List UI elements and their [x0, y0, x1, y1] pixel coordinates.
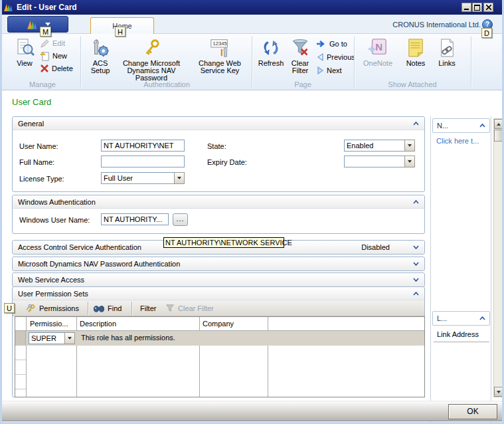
- expand-chevron-icon[interactable]: [413, 262, 419, 266]
- ribbon-separator: [354, 37, 355, 87]
- windows-user-name-input[interactable]: NT AUTHORITY...: [101, 213, 169, 225]
- new-button[interactable]: New: [40, 50, 67, 62]
- ribbon-separator: [471, 37, 471, 87]
- fasttab-nav-password-authentication-title: Microsoft Dynamics NAV Password Authenti…: [18, 260, 180, 268]
- clear-filter-label-2: Filter: [292, 67, 308, 74]
- empty-row: [15, 375, 26, 389]
- dropdown-arrow-icon: [68, 337, 72, 340]
- clear-filter-toolbar-button[interactable]: Clear Filter: [165, 302, 214, 314]
- permission-set-dropdown-button[interactable]: [64, 332, 75, 344]
- table-row-super[interactable]: SUPER This role has all permissions.: [15, 331, 424, 346]
- scroll-down-button[interactable]: [494, 387, 503, 397]
- key-icon: [141, 36, 161, 60]
- maximize-button[interactable]: [472, 3, 482, 12]
- links-factbox-title: L...: [437, 314, 447, 322]
- links-button[interactable]: Links: [432, 36, 462, 67]
- column-divider: [76, 317, 77, 397]
- link-address-column-header[interactable]: Link Address: [437, 330, 479, 338]
- full-name-input[interactable]: [101, 156, 185, 167]
- edit-button[interactable]: Edit: [40, 37, 65, 49]
- fasttab-nav-password-authentication-header[interactable]: Microsoft Dynamics NAV Password Authenti…: [13, 257, 424, 270]
- delete-button[interactable]: Delete: [40, 62, 73, 74]
- fasttab-general-title: General: [18, 120, 44, 128]
- onenote-button[interactable]: N OneNote: [359, 36, 396, 67]
- acs-setup-button[interactable]: ACS Setup: [84, 36, 116, 74]
- svg-text:12345: 12345: [213, 41, 227, 47]
- close-icon: [486, 5, 491, 10]
- refresh-icon: [261, 36, 281, 60]
- scroll-up-button[interactable]: [494, 119, 503, 129]
- ok-button[interactable]: OK: [448, 404, 497, 419]
- scrollbar-thumb[interactable]: [494, 130, 503, 142]
- links-factbox-header[interactable]: L...: [432, 311, 490, 326]
- find-button[interactable]: Find: [94, 302, 122, 314]
- group-label-manage: Manage: [7, 80, 78, 88]
- state-dropdown-button[interactable]: [404, 140, 415, 152]
- fasttab-acs-authentication-title: Access Control Service Authentication: [18, 243, 141, 251]
- goto-button[interactable]: Go to: [317, 38, 347, 50]
- collapse-chevron-icon[interactable]: [413, 200, 419, 204]
- column-header-company[interactable]: Company: [203, 320, 234, 328]
- acs-status: Disabled: [361, 243, 390, 251]
- expand-chevron-icon[interactable]: [413, 278, 419, 282]
- close-button[interactable]: [483, 3, 493, 12]
- app-menu-caret-icon: [45, 23, 50, 26]
- fasttab-general-header[interactable]: General: [13, 117, 424, 130]
- fasttab-user-permission-sets-header[interactable]: User Permission Sets: [13, 287, 424, 300]
- next-icon: [317, 66, 324, 74]
- collapse-chevron-icon[interactable]: [479, 316, 485, 320]
- description-cell[interactable]: This role has all permissions.: [81, 334, 175, 342]
- refresh-button[interactable]: Refresh: [256, 36, 286, 67]
- notes-click-here-link[interactable]: Click here t...: [436, 137, 479, 145]
- new-label: New: [52, 52, 67, 60]
- permissions-menu-button[interactable]: Permissions: [26, 302, 79, 314]
- application-menu-button[interactable]: [7, 16, 68, 33]
- ribbon-tab-row: Home CRONUS International Ltd. ?: [2, 15, 502, 34]
- web-service-key-icon: 12345: [209, 36, 231, 60]
- svg-text:N: N: [375, 41, 382, 53]
- clear-filter-button[interactable]: Clear Filter: [286, 36, 314, 74]
- filter-button[interactable]: Filter: [140, 302, 156, 314]
- license-type-input[interactable]: Full User: [101, 172, 185, 184]
- keytip-permission-toolbar: U: [4, 303, 15, 313]
- collapse-chevron-icon[interactable]: [413, 122, 419, 126]
- find-binoculars-icon: [94, 304, 104, 312]
- column-header-permission[interactable]: Permissio...: [30, 320, 68, 328]
- fasttab-web-service-access-header[interactable]: Web Service Access: [13, 273, 424, 286]
- change-password-button[interactable]: Change Microsoft Dynamics NAV Password: [119, 36, 184, 82]
- find-label: Find: [108, 304, 122, 312]
- license-type-dropdown-button[interactable]: [174, 172, 185, 184]
- windows-user-name-browse-button[interactable]: ...: [173, 213, 188, 226]
- links-label: Links: [438, 60, 456, 67]
- toolbar-separator: [88, 302, 88, 315]
- view-button[interactable]: View: [10, 36, 39, 67]
- expiry-date-dropdown-button[interactable]: [404, 156, 415, 167]
- previous-button[interactable]: Previous: [317, 51, 355, 63]
- onenote-label: OneNote: [363, 60, 392, 67]
- permissions-menu-label: Permissions: [39, 304, 79, 312]
- vertical-scrollbar[interactable]: [493, 118, 504, 397]
- notes-icon: [407, 36, 424, 60]
- clear-filter-toolbar-label: Clear Filter: [178, 304, 214, 312]
- title-bar[interactable]: Edit - User Card: [0, 0, 504, 15]
- acs-setup-icon: [90, 36, 110, 60]
- empty-row: [15, 360, 26, 375]
- minimize-button[interactable]: [462, 3, 471, 12]
- collapse-chevron-icon[interactable]: [479, 124, 485, 128]
- license-type-label: License Type:: [19, 175, 64, 183]
- fasttab-windows-authentication-header[interactable]: Windows Authentication: [13, 195, 424, 209]
- notes-factbox-title: N...: [437, 122, 448, 130]
- edit-label: Edit: [52, 39, 65, 47]
- previous-label: Previous: [327, 53, 355, 61]
- user-name-input[interactable]: NT AUTHORITY\NET: [101, 140, 185, 152]
- view-icon: [14, 36, 35, 60]
- next-button[interactable]: Next: [317, 64, 342, 76]
- notes-factbox-header[interactable]: N...: [432, 118, 490, 133]
- row-selector[interactable]: [15, 331, 26, 346]
- notes-button[interactable]: Notes: [400, 36, 431, 67]
- change-web-service-key-button[interactable]: 12345 Change Web Service Key: [191, 36, 249, 74]
- column-header-description[interactable]: Description: [80, 320, 116, 328]
- dynamics-nav-logo-icon: [25, 19, 39, 31]
- collapse-chevron-icon[interactable]: [413, 292, 419, 296]
- expand-chevron-icon[interactable]: [413, 245, 419, 249]
